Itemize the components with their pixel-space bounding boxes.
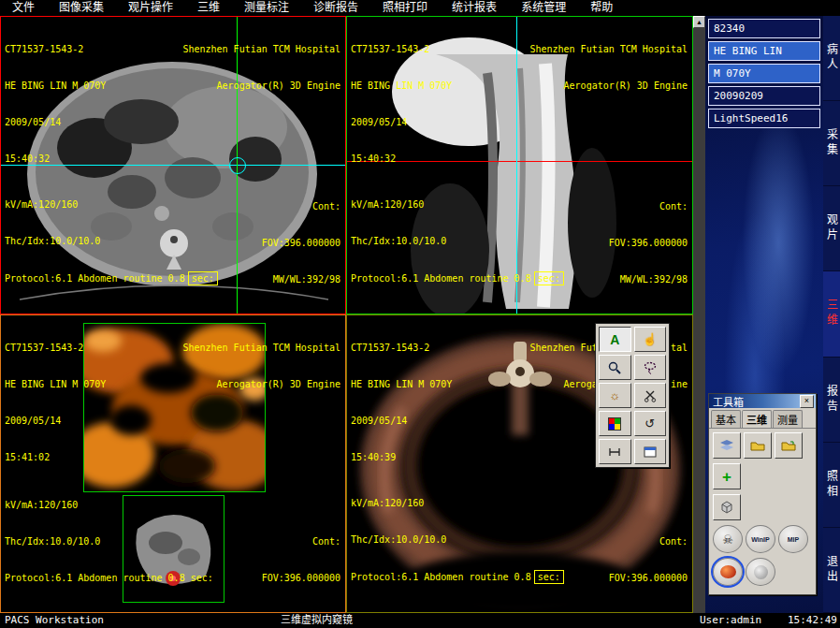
side-tab-exit[interactable]: 退出 bbox=[823, 528, 840, 613]
winip-render-button[interactable]: WinIP bbox=[746, 525, 775, 553]
clip-cube-button[interactable] bbox=[713, 494, 741, 520]
window-tool-button[interactable] bbox=[634, 439, 667, 464]
patient-field-study-date[interactable]: 20090209 bbox=[708, 86, 820, 106]
patient-id-line: HE BING LIN M 070Y bbox=[5, 80, 106, 92]
menu-3d[interactable]: 三维 bbox=[185, 0, 232, 16]
cont-line: Cont: bbox=[262, 200, 340, 212]
menu-view-operations[interactable]: 观片操作 bbox=[116, 0, 185, 16]
viewport-info-bottomleft: kV/mA:120/160 Thc/Idx:10.0/10.0 Protocol… bbox=[5, 475, 213, 608]
magnifier-icon bbox=[608, 361, 621, 374]
viewport-info-bottomleft: kV/mA:120/160 Thc/Idx:10.0/10.0 Protocol… bbox=[351, 174, 564, 310]
patient-field-scanner[interactable]: LightSpeed16 bbox=[708, 109, 820, 128]
menu-diagnosis-report[interactable]: 诊断报告 bbox=[301, 0, 370, 16]
study-date: 2009/05/14 bbox=[5, 415, 106, 427]
menu-photo-print[interactable]: 照相打印 bbox=[370, 0, 440, 16]
zoom-tool-button[interactable] bbox=[599, 355, 631, 380]
crosshair-center-ring[interactable] bbox=[229, 157, 246, 174]
side-tab-view[interactable]: 观片 bbox=[823, 186, 840, 271]
mip-label: MIP bbox=[788, 536, 799, 543]
sec-marker-box: sec: bbox=[188, 271, 218, 285]
patient-field-name[interactable]: HE BING LIN bbox=[708, 41, 820, 61]
study-time: 15:40:32 bbox=[351, 153, 452, 165]
engine-name: Aerogator(R) 3D Engine bbox=[182, 378, 340, 390]
annotate-tool-button[interactable]: A bbox=[599, 327, 631, 352]
viewport-info-bottomright: Cont: FOV:396.000000 MW/WL:392/98 bbox=[262, 176, 340, 310]
sphere-render-button[interactable] bbox=[746, 558, 775, 586]
fov-line: FOV:396.000000 bbox=[609, 572, 688, 584]
sec-marker-box: sec: bbox=[534, 271, 564, 285]
brain-render-button[interactable] bbox=[713, 558, 743, 586]
window-level-line: MW/WL:392/98 bbox=[609, 273, 688, 285]
viewport-axial[interactable]: CT71537-1543-2 HE BING LIN M 070Y 2009/0… bbox=[0, 16, 346, 314]
add-volume-button[interactable]: + bbox=[713, 463, 741, 489]
series-id: CT71537-1543-2 bbox=[5, 342, 106, 354]
skull-icon: ☠ bbox=[722, 533, 733, 547]
viewport-info-topleft: CT71537-1543-2 HE BING LIN M 070Y 2009/0… bbox=[351, 19, 452, 189]
series-id: CT71537-1543-2 bbox=[5, 43, 106, 55]
series-id: CT71537-1543-2 bbox=[351, 342, 452, 354]
patient-id-line: HE BING LIN M 070Y bbox=[351, 80, 452, 92]
cut-tool-button[interactable] bbox=[634, 383, 667, 408]
mip-render-button[interactable]: MIP bbox=[778, 525, 808, 553]
viewport-endoscopy[interactable]: CT71537-1543-2 HE BING LIN M 070Y 2009/0… bbox=[0, 314, 346, 613]
toolbox-tab-3d[interactable]: 三维 bbox=[742, 410, 772, 428]
color-palette-tool-button[interactable] bbox=[599, 411, 631, 436]
toolbox-tab-measure[interactable]: 测量 bbox=[773, 410, 803, 428]
patient-field-id[interactable]: 82340 bbox=[708, 19, 820, 38]
pan-hand-tool-button[interactable]: ☝ bbox=[634, 327, 667, 352]
toolbox-tabs: 基本 三维 测量 bbox=[709, 408, 816, 428]
menu-image-acquisition[interactable]: 图像采集 bbox=[47, 0, 116, 16]
patient-field-sex-age[interactable]: M 070Y bbox=[708, 64, 820, 83]
folder-export-icon bbox=[781, 440, 796, 451]
hand-icon: ☝ bbox=[643, 333, 658, 345]
study-time: 15:40:32 bbox=[5, 153, 106, 165]
series-id: CT71537-1543-2 bbox=[351, 43, 452, 55]
statusbar-user: User:admin bbox=[700, 613, 761, 628]
measure-tool-button[interactable] bbox=[599, 439, 631, 464]
side-tab-photo[interactable]: 照相 bbox=[823, 443, 840, 528]
hospital-name: Shenzhen Futian TCM Hospital bbox=[529, 43, 688, 55]
open-study-button[interactable] bbox=[744, 432, 772, 459]
menu-system-admin[interactable]: 系统管理 bbox=[509, 0, 578, 16]
side-tab-3d[interactable]: 三维 bbox=[823, 271, 840, 357]
side-tab-report[interactable]: 报告 bbox=[823, 358, 840, 443]
volume-layers-button[interactable] bbox=[713, 432, 741, 459]
menu-measure-annotate[interactable]: 测量标注 bbox=[232, 0, 301, 16]
statusbar-mode: 三维虚拟内窥镜 bbox=[281, 613, 353, 628]
fov-line: FOV:396.000000 bbox=[609, 237, 688, 249]
brightness-tool-button[interactable]: ☼ bbox=[599, 383, 631, 408]
menu-statistics[interactable]: 统计报表 bbox=[440, 0, 509, 16]
lasso-tool-button[interactable] bbox=[634, 355, 667, 380]
scissors-icon bbox=[644, 389, 657, 402]
scroll-up-button[interactable]: ▲ bbox=[693, 16, 705, 28]
side-tab-acquisition[interactable]: 采集 bbox=[823, 101, 840, 186]
viewport-info-topleft: CT71537-1543-2 HE BING LIN M 070Y 2009/0… bbox=[5, 317, 106, 488]
skull-render-button[interactable]: ☠ bbox=[713, 525, 743, 553]
winip-label: WinIP bbox=[751, 536, 769, 543]
kv-ma-line: kV/mA:120/160 bbox=[5, 198, 218, 211]
sec-marker-box: sec: bbox=[534, 570, 564, 584]
protocol-line: Protocol:6.1 Abdomen routine 0.8 sec: bbox=[5, 572, 213, 584]
menu-bar: 文件 图像采集 观片操作 三维 测量标注 诊断报告 照相打印 统计报表 系统管理… bbox=[0, 0, 840, 16]
sphere-icon bbox=[754, 565, 768, 579]
viewport-sagittal[interactable]: CT71537-1543-2 HE BING LIN M 070Y 2009/0… bbox=[346, 16, 693, 314]
kv-ma-line: kV/mA:120/160 bbox=[5, 499, 213, 511]
toolbox-titlebar[interactable]: 工具箱 × bbox=[709, 394, 816, 408]
window-icon bbox=[644, 446, 657, 458]
menu-file[interactable]: 文件 bbox=[0, 0, 47, 16]
protocol-line: Protocol:6.1 Abdomen routine 0.8sec: bbox=[351, 271, 564, 285]
study-date: 2009/05/14 bbox=[351, 116, 452, 128]
toolbox-tab-basic[interactable]: 基本 bbox=[711, 410, 741, 428]
save-study-button[interactable] bbox=[775, 432, 803, 459]
viewport-info-bottomright: Cont: FOV:396.000000 bbox=[262, 511, 340, 608]
study-date: 2009/05/14 bbox=[5, 116, 106, 128]
floating-tool-palette: A ☝ ☼ ↺ bbox=[595, 323, 670, 468]
menu-help[interactable]: 帮助 bbox=[578, 0, 625, 16]
protocol-line: Protocol:6.1 Abdomen routine 0.8sec: bbox=[351, 570, 564, 584]
side-tab-patient[interactable]: 病人 bbox=[823, 16, 840, 101]
undo-tool-button[interactable]: ↺ bbox=[634, 411, 667, 436]
toolbox-close-button[interactable]: × bbox=[800, 395, 814, 408]
viewport-info-topleft: CT71537-1543-2 HE BING LIN M 070Y 2009/0… bbox=[351, 317, 452, 488]
panel-scrollbar[interactable]: ▲ bbox=[693, 16, 705, 613]
viewport-info-bottomleft: kV/mA:120/160 Thc/Idx:10.0/10.0 Protocol… bbox=[351, 473, 564, 608]
